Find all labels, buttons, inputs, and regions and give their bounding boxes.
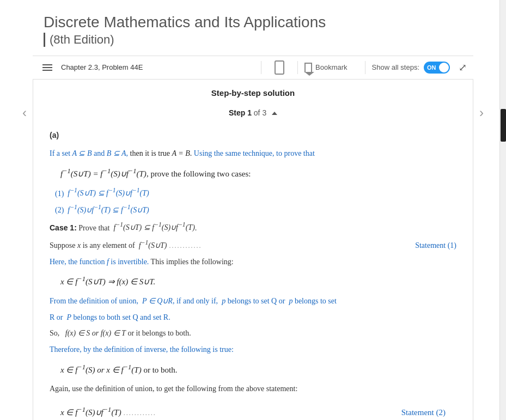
intro-paragraph: If a set A ⊆ B and B ⊆ A, then it is tru… <box>50 147 456 160</box>
therefore-blue: Therefore, by the definition of inverse,… <box>50 345 234 354</box>
next-step-button[interactable]: › <box>479 105 484 120</box>
here-paragraph: Here, the function f is invertible. This… <box>50 255 456 269</box>
prev-step-button[interactable]: ‹ <box>22 105 27 120</box>
toolbar-divider3 <box>365 61 365 74</box>
intro-black: then it is true A = B. <box>130 149 192 157</box>
toolbar: Chapter 2.3, Problem 44E Bookmark Show a… <box>33 56 473 80</box>
page-wrapper: Discrete Mathematics and Its Application… <box>0 0 506 420</box>
phone-icon[interactable] <box>275 60 284 75</box>
here-blue: Here, the function f is invertible. <box>50 258 149 266</box>
main-equation: f−1(S∪T) = f−1(S)∪f−1(T), prove the foll… <box>50 163 456 184</box>
item2: (2) f−1(S)∪f−1(T) ⊆ f−1(S∪T) <box>50 202 456 216</box>
step-total: of 3 <box>254 108 266 117</box>
conclusion-math: x ∈ f−1(S)∪f−1(T) <box>60 404 121 420</box>
step-label: Step 1 of 3 <box>229 108 277 117</box>
step-current: 1 <box>247 108 252 117</box>
or-to-both: or to both. <box>143 366 177 374</box>
bookmark-button[interactable]: Bookmark <box>304 63 348 72</box>
solution-header: Step-by-step solution <box>44 80 462 103</box>
scrollbar-thumb[interactable] <box>501 109 506 142</box>
toggle-knob <box>439 63 449 72</box>
implies-equation: x ∈ f−1(S∪T) ⇒ f(x) ∈ S∪T. <box>50 271 456 291</box>
therefore-equation: x ∈ f−1(S) or x ∈ f−1(T) or to both. <box>50 360 456 380</box>
show-steps-label: Show all steps: <box>372 63 419 71</box>
so-math: f(x) ∈ S or f(x) ∈ T <box>65 329 126 337</box>
conclusion-line: x ∈ f−1(S)∪f−1(T) ............ Statement… <box>60 404 446 420</box>
toolbar-divider <box>261 61 261 74</box>
intro-blue2: Using the same technique, to prove that <box>194 149 315 157</box>
statement2-ref: Statement (2) <box>401 406 446 420</box>
title-section: Discrete Mathematics and Its Application… <box>0 0 506 56</box>
solution-body: (a) If a set A ⊆ B and B ⊆ A, then it is… <box>44 129 462 420</box>
from-continuation-blue: R or P belongs to both set Q and set R. <box>50 313 170 321</box>
book-edition: (8th Edition) <box>44 33 462 47</box>
from-paragraph: From the definition of union, P ∈ Q∪R, i… <box>50 295 456 308</box>
show-steps-control: Show all steps: ON <box>372 62 450 74</box>
dots2: ............ <box>124 407 399 418</box>
chapter-label: Chapter 2.3, Problem 44E <box>61 63 254 71</box>
show-steps-toggle[interactable]: ON <box>424 62 450 74</box>
bookmark-icon <box>304 63 312 72</box>
case1-paragraph: Case 1: Prove that f−1(S∪T) ⊆ f−1(S)∪f−1… <box>50 220 456 234</box>
so-text: So, <box>50 329 63 337</box>
step-navigation: ‹ Step 1 of 3 › <box>44 103 462 126</box>
conclusion-equation: x ∈ f−1(S)∪f−1(T) ............ Statement… <box>50 399 456 420</box>
therefore-paragraph: Therefore, by the definition of inverse,… <box>50 343 456 356</box>
from-continuation: R or P belongs to both set Q and set R. <box>50 311 456 324</box>
toolbar-divider2 <box>297 61 298 74</box>
statement1-ref: Statement (1) <box>415 239 456 252</box>
expand-icon[interactable]: ⤢ <box>459 62 467 74</box>
again-paragraph: Again, use the definition of union, to g… <box>50 382 456 395</box>
item1: (1) f−1(S∪T) ⊆ f−1(S)∪f−1(T) <box>50 186 456 200</box>
content-area: Step-by-step solution ‹ Step 1 of 3 › (a… <box>33 80 473 420</box>
case1-text: Prove that f−1(S∪T) ⊆ f−1(S)∪f−1(T). <box>78 223 197 232</box>
so-rest: or it belongs to both. <box>127 329 191 337</box>
dots1: ............ <box>169 240 413 251</box>
from-blue: From the definition of union, P ∈ Q∪R, i… <box>50 297 337 305</box>
here-text: This implies the following: <box>151 258 234 266</box>
again-text: Again, use the definition of union, to g… <box>50 385 297 393</box>
case1-label: Case 1: <box>50 223 77 232</box>
part-label: (a) <box>50 129 456 142</box>
bookmark-label: Bookmark <box>315 63 348 71</box>
chevron-up-icon[interactable] <box>272 112 277 115</box>
so-paragraph: So, f(x) ∈ S or f(x) ∈ T or it belongs t… <box>50 327 456 340</box>
intro-blue: If a set A ⊆ B and B ⊆ A, <box>50 149 128 157</box>
suppose-text: Suppose x is any element of f−1(S∪T) <box>50 238 167 252</box>
toggle-on-label: ON <box>427 64 436 71</box>
suppose-line: Suppose x is any element of f−1(S∪T) ...… <box>50 238 456 252</box>
scrollbar[interactable] <box>499 0 506 420</box>
menu-icon[interactable] <box>39 61 56 74</box>
book-title: Discrete Mathematics and Its Application… <box>44 13 462 32</box>
